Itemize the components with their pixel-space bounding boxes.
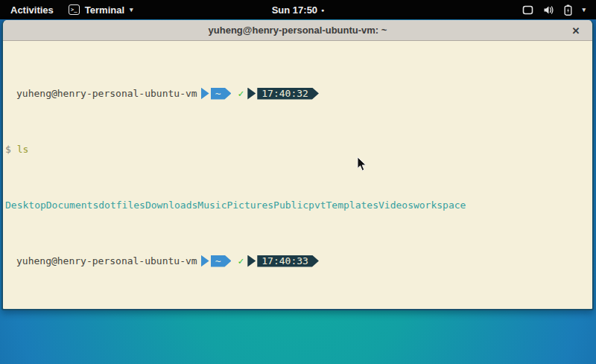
directory-item: Public bbox=[273, 199, 308, 211]
terminal-window: yuheng@henry-personal-ubuntu-vm: ~ ✕ yuh… bbox=[1, 20, 594, 310]
volume-icon bbox=[543, 5, 554, 15]
command-line: $ ls bbox=[5, 144, 591, 155]
ribbon-arrow-icon bbox=[201, 255, 209, 267]
chevron-down-icon: ▾ bbox=[130, 6, 133, 13]
prompt-user: yuheng@henry-personal-ubuntu-vm bbox=[5, 255, 197, 266]
terminal-app-icon: >_ bbox=[69, 4, 80, 15]
prompt-path: ~ bbox=[211, 255, 232, 267]
clock-label: Sun 17:50 bbox=[272, 4, 317, 16]
command-text: ls bbox=[17, 144, 29, 155]
system-menu[interactable]: ▾ bbox=[522, 0, 596, 19]
terminal-content[interactable]: yuheng@henry-personal-ubuntu-vm ~ ✓ 17:4… bbox=[3, 41, 592, 310]
close-button[interactable]: ✕ bbox=[568, 23, 583, 38]
directory-item: Documents bbox=[46, 199, 98, 211]
prompt-path: ~ bbox=[211, 88, 232, 100]
clock-button[interactable]: Sun 17:50 ● bbox=[272, 4, 325, 16]
prompt-line: yuheng@henry-personal-ubuntu-vm ~ ✓ 17:4… bbox=[5, 88, 591, 99]
close-icon: ✕ bbox=[572, 25, 580, 36]
path-ribbon: ~ bbox=[201, 255, 232, 267]
battery-charging-icon bbox=[564, 4, 572, 16]
check-icon: ✓ bbox=[238, 255, 244, 266]
directory-item: Videos bbox=[378, 199, 413, 211]
directory-item: Templates bbox=[326, 199, 378, 211]
top-bar: Activities >_ Terminal ▾ Sun 17:50 ● ▾ bbox=[0, 0, 596, 19]
directory-item: Music bbox=[197, 199, 226, 211]
app-menu-label: Terminal bbox=[85, 4, 124, 16]
window-title: yuheng@henry-personal-ubuntu-vm: ~ bbox=[209, 25, 387, 36]
directory-item: Downloads bbox=[145, 199, 197, 211]
ribbon-arrow-icon bbox=[247, 255, 256, 267]
prompt-user: yuheng@henry-personal-ubuntu-vm bbox=[5, 88, 197, 99]
ribbon-arrow-icon bbox=[247, 88, 256, 100]
system-menu-chevron-icon: ▾ bbox=[582, 6, 586, 13]
prompt-time: 17:40:32 bbox=[257, 88, 319, 100]
display-icon bbox=[522, 5, 533, 15]
directory-item: dotfiles bbox=[98, 199, 145, 211]
prompt-time: 17:40:33 bbox=[257, 255, 319, 267]
activities-button[interactable]: Activities bbox=[7, 3, 57, 17]
ls-output: Desktop Documents dotfiles Downloads Mus… bbox=[5, 199, 591, 211]
shell-prompt-symbol: $ bbox=[5, 144, 11, 155]
ribbon-arrow-icon bbox=[201, 88, 209, 100]
directory-item: Pictures bbox=[226, 199, 273, 211]
app-menu-terminal[interactable]: >_ Terminal ▾ bbox=[69, 4, 133, 16]
prompt-line: yuheng@henry-personal-ubuntu-vm ~ ✓ 17:4… bbox=[5, 255, 591, 266]
directory-item: pvt bbox=[308, 199, 326, 211]
time-ribbon: 17:40:32 bbox=[247, 88, 319, 100]
time-ribbon: 17:40:33 bbox=[247, 255, 319, 267]
directory-item: workspace bbox=[413, 199, 466, 211]
notification-dot-icon: ● bbox=[321, 7, 324, 13]
path-ribbon: ~ bbox=[201, 88, 232, 100]
check-icon: ✓ bbox=[238, 88, 244, 99]
directory-item: Desktop bbox=[5, 199, 46, 211]
window-titlebar[interactable]: yuheng@henry-personal-ubuntu-vm: ~ ✕ bbox=[3, 20, 592, 41]
